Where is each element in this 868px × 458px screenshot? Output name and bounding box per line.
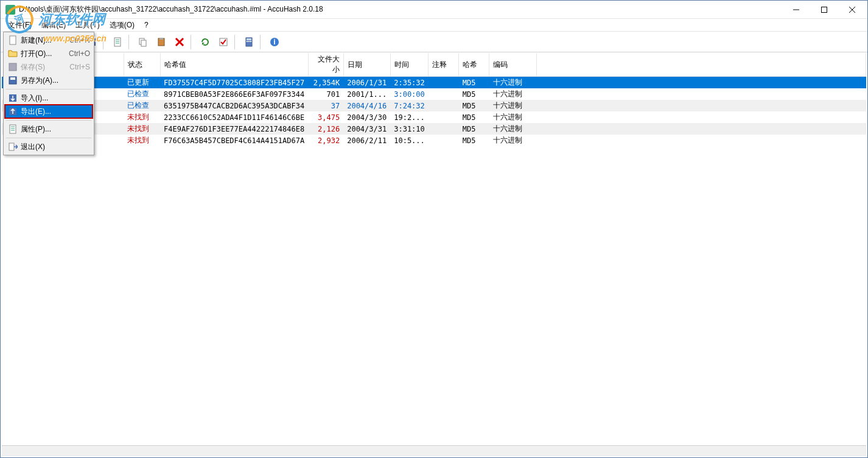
table-cell: 未找到: [124, 123, 160, 135]
menu-item-import[interactable]: 导入(I)...: [5, 91, 93, 105]
col-time[interactable]: 时间: [390, 53, 429, 77]
toolbar-copy-button[interactable]: [135, 33, 152, 51]
table-cell: 6351975B447CACB2D6AC395A3DCABF34: [160, 100, 308, 111]
table-cell: 十六进制: [489, 100, 537, 111]
menu-item-export[interactable]: 导出(E)...: [5, 105, 93, 118]
menu-item-label: 保存(S): [21, 62, 69, 72]
toolbar-separator: [128, 35, 132, 49]
menu-item-new[interactable]: 新建(N)...Ctrl+N: [5, 33, 93, 47]
menu-item-label: 新建(N)...: [21, 35, 69, 46]
toolbar-check-button[interactable]: [215, 33, 232, 51]
paste-icon: [156, 37, 166, 47]
menu-item-saveas[interactable]: 另存为(A)...: [5, 74, 93, 87]
table-cell: 2006/2/11: [343, 135, 390, 146]
info-icon: i: [270, 37, 279, 47]
delete-x-icon: [175, 37, 184, 47]
table-cell: 2001/1...: [343, 88, 390, 100]
svg-rect-15: [247, 41, 248, 42]
properties-icon: [113, 37, 122, 47]
menu-item-open[interactable]: 打开(O)...Ctrl+O: [5, 47, 93, 60]
table-cell: MD5: [459, 123, 489, 135]
table-row[interactable]: 已检查8971CBEB0A53F2E866E6F3AF097F334470120…: [2, 88, 866, 100]
table-cell: [537, 77, 866, 89]
svg-rect-7: [114, 38, 121, 46]
table-cell: 2,354K: [308, 77, 343, 89]
table-cell: MD5: [459, 135, 489, 146]
col-hash[interactable]: 哈希值: [160, 53, 308, 77]
col-comment[interactable]: 注释: [429, 53, 459, 77]
table-cell: FD37557C4F5D77025C3808F23FB45F27: [160, 77, 308, 89]
toolbar-props-button[interactable]: [109, 33, 126, 51]
svg-rect-21: [9, 63, 16, 71]
table-cell: [537, 111, 866, 123]
menu-separator: [6, 138, 91, 138]
toolbar-separator: [234, 35, 238, 49]
menu-item-label: 导入(I)...: [21, 93, 90, 104]
toolbar-separator: [103, 35, 107, 49]
menu-item-exit[interactable]: 退出(X): [5, 140, 93, 153]
statusbar: [2, 445, 866, 456]
menu-file[interactable]: 文件(F): [3, 19, 37, 32]
menu-item-label: 退出(X): [21, 142, 90, 152]
menu-options[interactable]: 选项(O): [105, 19, 139, 32]
table-cell: 2004/3/30: [343, 111, 390, 123]
menu-item-props[interactable]: 属性(P)...: [5, 122, 93, 136]
table-cell: F4E9AF276D1F3EE77EA44222174846E8: [160, 123, 308, 135]
menu-item-label: 打开(O)...: [21, 49, 69, 59]
table-cell: [429, 135, 459, 146]
import-icon: [7, 93, 18, 103]
saveas-icon: [7, 76, 18, 85]
toolbar-refresh-button[interactable]: [197, 33, 214, 51]
table-cell: [429, 100, 459, 111]
table-cell: 19:2...: [390, 111, 429, 123]
table-header: 状态 哈希值 文件大小 日期 时间 注释 哈希 编码: [2, 53, 866, 77]
table-cell: 8971CBEB0A53F2E866E6F3AF097F3344: [160, 88, 308, 100]
toolbar-delete-button[interactable]: [171, 33, 188, 51]
table-row[interactable]: 已更新FD37557C4F5D77025C3808F23FB45F272,354…: [2, 77, 866, 89]
minimize-button[interactable]: [782, 1, 810, 18]
file-menu-dropdown: 新建(N)...Ctrl+N打开(O)...Ctrl+O保存(S)Ctrl+S另…: [3, 32, 94, 155]
maximize-button[interactable]: [810, 1, 838, 18]
menu-item-label: 属性(P)...: [21, 124, 90, 135]
toolbar-calc-button[interactable]: [240, 33, 257, 51]
exit-icon: [7, 142, 18, 152]
table-cell: 37: [308, 100, 343, 111]
table-cell: [429, 88, 459, 100]
col-size[interactable]: 文件大小: [308, 53, 343, 77]
menu-edit[interactable]: 编辑(E): [37, 19, 71, 32]
table-row[interactable]: 未找到2233CC6610C52ADA4F1D11F46146C6BE3,475…: [2, 111, 866, 123]
table-cell: 2:35:32: [390, 77, 429, 89]
table-cell: 2004/3/31: [343, 123, 390, 135]
menubar: 文件(F) 编辑(E) 工具(T) 选项(O) ?: [1, 19, 867, 32]
table-row[interactable]: 未找到F76C63A5B457CBEDF4C614A4151AD67A2,932…: [2, 135, 866, 146]
svg-rect-14: [247, 38, 251, 40]
table-cell: 7:24:32: [390, 100, 429, 111]
refresh-icon: [200, 37, 210, 47]
menu-tools[interactable]: 工具(T): [71, 19, 104, 32]
save-icon: [7, 62, 18, 72]
props-icon: [7, 124, 18, 134]
svg-rect-17: [250, 41, 251, 42]
menu-item-shortcut: Ctrl+N: [69, 36, 90, 44]
col-algo[interactable]: 哈希: [459, 53, 489, 77]
col-enc[interactable]: 编码: [489, 53, 537, 77]
window-controls: [782, 1, 866, 18]
toolbar-paste-button[interactable]: [153, 33, 170, 51]
svg-rect-27: [9, 143, 14, 150]
col-date[interactable]: 日期: [343, 53, 390, 77]
close-button[interactable]: [838, 1, 866, 18]
svg-text:i: i: [273, 38, 275, 46]
svg-rect-23: [10, 77, 15, 80]
toolbar-info-button[interactable]: i: [266, 33, 283, 51]
table-cell: 2,126: [308, 123, 343, 135]
svg-rect-26: [10, 125, 16, 133]
col-status[interactable]: 状态: [124, 53, 160, 77]
table-row[interactable]: 已检查6351975B447CACB2D6AC395A3DCABF3437200…: [2, 100, 866, 111]
new-icon: [7, 35, 18, 45]
menu-help[interactable]: ?: [139, 19, 153, 30]
svg-rect-0: [822, 7, 827, 12]
table-cell: 2004/4/16: [343, 100, 390, 111]
titlebar: D:\tools\桌面\河东软件园\accuhash_31722\accuhas…: [1, 1, 867, 19]
table-cell: F76C63A5B457CBEDF4C614A4151AD67A: [160, 135, 308, 146]
table-row[interactable]: 未找到F4E9AF276D1F3EE77EA44222174846E82,126…: [2, 123, 866, 135]
